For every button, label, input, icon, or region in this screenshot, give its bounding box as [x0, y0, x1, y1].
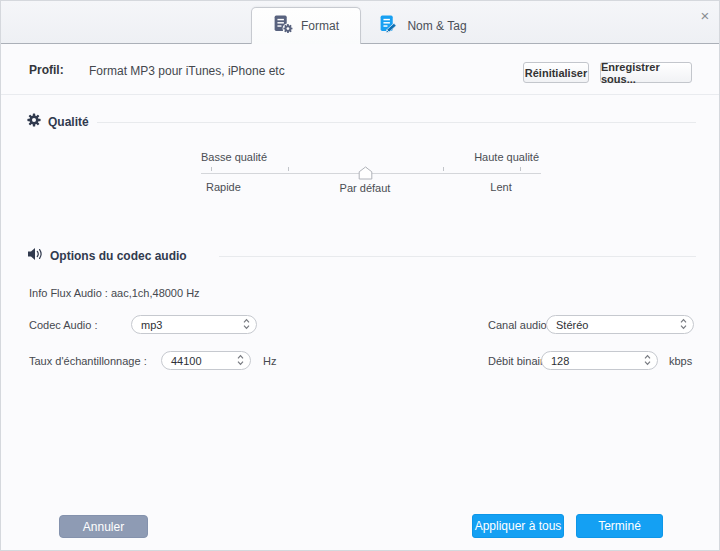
codec-section-header: Options du codec audio — [27, 247, 187, 264]
format-document-gear-icon — [273, 14, 294, 38]
profile-divider — [1, 94, 720, 95]
audio-codec-select[interactable]: mp3 — [131, 315, 257, 334]
gear-icon — [27, 113, 41, 130]
nom-tag-document-pencil-icon — [379, 14, 400, 38]
tab-format[interactable]: Format — [251, 7, 361, 44]
profile-label: Profil: — [29, 63, 64, 77]
tab-nom-tag-label: Nom & Tag — [407, 19, 466, 33]
cancel-button[interactable]: Annuler — [59, 515, 148, 538]
save-as-button[interactable]: Enregistrer sous... — [600, 62, 692, 83]
audio-codec-label: Codec Audio : — [29, 319, 98, 331]
sample-rate-value: 44100 — [171, 355, 202, 367]
stepper-chevrons-icon — [243, 318, 250, 332]
bitrate-select[interactable]: 128 — [541, 351, 658, 370]
audio-channel-label: Canal audio : — [488, 319, 553, 331]
sample-rate-label: Taux d'échantillonnage : — [29, 355, 147, 367]
codec-section-line — [219, 256, 696, 257]
audio-channel-value: Stéréo — [556, 319, 588, 331]
quality-section-header: Qualité — [27, 113, 89, 130]
slider-speed-default-label: Par défaut — [340, 182, 391, 194]
sample-rate-unit: Hz — [263, 355, 276, 367]
bitrate-unit: kbps — [669, 355, 692, 367]
slider-low-quality-label: Basse qualité — [201, 151, 267, 163]
tab-format-label: Format — [301, 19, 339, 33]
speaker-icon — [27, 247, 43, 264]
tab-bar: Format Nom & Tag × — [1, 1, 719, 44]
stepper-chevrons-icon — [644, 354, 651, 368]
slider-speed-fast-label: Rapide — [206, 181, 241, 193]
audio-codec-value: mp3 — [141, 319, 162, 331]
quality-slider-thumb[interactable] — [358, 166, 373, 180]
apply-to-all-button[interactable]: Appliquer à tous — [472, 514, 564, 538]
slider-tick — [211, 167, 212, 171]
quality-section-title: Qualité — [48, 115, 89, 129]
slider-tick — [520, 167, 521, 171]
format-settings-dialog: Format Nom & Tag × Profil: Format MP3 po — [0, 0, 720, 551]
profile-value: Format MP3 pour iTunes, iPhone etc — [89, 64, 285, 78]
reset-button[interactable]: Réinitialiser — [523, 62, 589, 83]
bitrate-value: 128 — [551, 355, 569, 367]
audio-channel-select[interactable]: Stéréo — [546, 315, 694, 334]
stepper-chevrons-icon — [237, 354, 244, 368]
slider-high-quality-label: Haute qualité — [474, 151, 539, 163]
tab-nom-tag[interactable]: Nom & Tag — [363, 9, 483, 43]
slider-speed-slow-label: Lent — [490, 181, 511, 193]
codec-section-title: Options du codec audio — [50, 249, 187, 263]
audio-stream-info: Info Flux Audio : aac,1ch,48000 Hz — [29, 287, 200, 299]
stepper-chevrons-icon — [680, 318, 687, 332]
slider-tick — [288, 167, 289, 171]
slider-tick — [443, 167, 444, 171]
quality-section-line — [97, 122, 696, 123]
close-icon[interactable]: × — [694, 4, 716, 26]
done-button[interactable]: Terminé — [576, 514, 663, 538]
sample-rate-select[interactable]: 44100 — [161, 351, 251, 370]
